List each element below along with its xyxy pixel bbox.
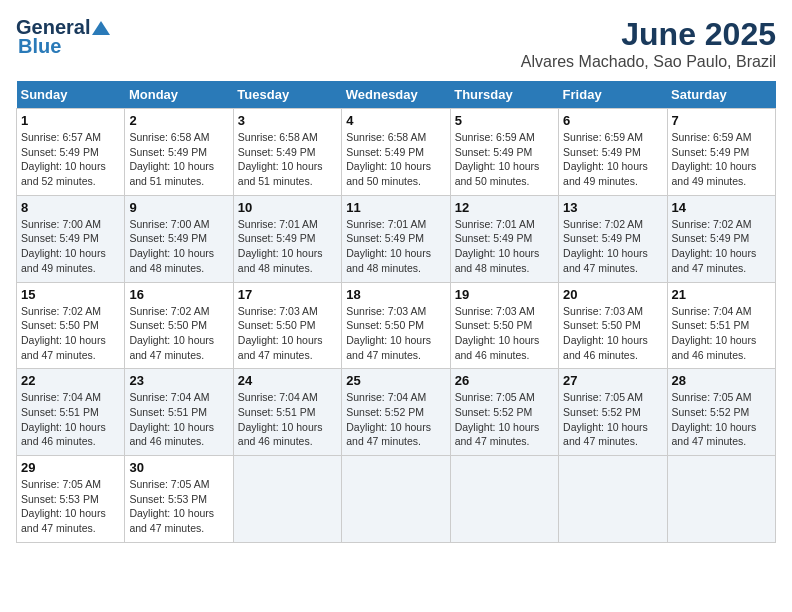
- day-number: 26: [455, 373, 554, 388]
- day-number: 24: [238, 373, 337, 388]
- cell-daylight-info: Sunrise: 7:05 AM Sunset: 5:53 PM Dayligh…: [21, 477, 120, 536]
- day-header-saturday: Saturday: [667, 81, 775, 109]
- cell-daylight-info: Sunrise: 7:03 AM Sunset: 5:50 PM Dayligh…: [563, 304, 662, 363]
- calendar-cell: 30Sunrise: 7:05 AM Sunset: 5:53 PM Dayli…: [125, 456, 233, 543]
- day-number: 15: [21, 287, 120, 302]
- cell-daylight-info: Sunrise: 6:58 AM Sunset: 5:49 PM Dayligh…: [129, 130, 228, 189]
- location-title: Alvares Machado, Sao Paulo, Brazil: [521, 53, 776, 71]
- day-number: 11: [346, 200, 445, 215]
- calendar-cell: [233, 456, 341, 543]
- cell-daylight-info: Sunrise: 7:04 AM Sunset: 5:51 PM Dayligh…: [129, 390, 228, 449]
- day-number: 27: [563, 373, 662, 388]
- cell-daylight-info: Sunrise: 7:03 AM Sunset: 5:50 PM Dayligh…: [238, 304, 337, 363]
- day-number: 17: [238, 287, 337, 302]
- cell-daylight-info: Sunrise: 7:04 AM Sunset: 5:51 PM Dayligh…: [21, 390, 120, 449]
- calendar-cell: 9Sunrise: 7:00 AM Sunset: 5:49 PM Daylig…: [125, 195, 233, 282]
- cell-daylight-info: Sunrise: 7:03 AM Sunset: 5:50 PM Dayligh…: [346, 304, 445, 363]
- day-number: 8: [21, 200, 120, 215]
- calendar-cell: 7Sunrise: 6:59 AM Sunset: 5:49 PM Daylig…: [667, 109, 775, 196]
- cell-daylight-info: Sunrise: 7:04 AM Sunset: 5:51 PM Dayligh…: [238, 390, 337, 449]
- calendar-cell: 24Sunrise: 7:04 AM Sunset: 5:51 PM Dayli…: [233, 369, 341, 456]
- day-header-monday: Monday: [125, 81, 233, 109]
- cell-daylight-info: Sunrise: 6:59 AM Sunset: 5:49 PM Dayligh…: [455, 130, 554, 189]
- cell-daylight-info: Sunrise: 6:57 AM Sunset: 5:49 PM Dayligh…: [21, 130, 120, 189]
- day-number: 21: [672, 287, 771, 302]
- day-number: 1: [21, 113, 120, 128]
- cell-daylight-info: Sunrise: 7:01 AM Sunset: 5:49 PM Dayligh…: [455, 217, 554, 276]
- calendar-cell: 18Sunrise: 7:03 AM Sunset: 5:50 PM Dayli…: [342, 282, 450, 369]
- calendar-cell: 19Sunrise: 7:03 AM Sunset: 5:50 PM Dayli…: [450, 282, 558, 369]
- calendar-cell: 28Sunrise: 7:05 AM Sunset: 5:52 PM Dayli…: [667, 369, 775, 456]
- cell-daylight-info: Sunrise: 7:05 AM Sunset: 5:52 PM Dayligh…: [672, 390, 771, 449]
- cell-daylight-info: Sunrise: 6:58 AM Sunset: 5:49 PM Dayligh…: [238, 130, 337, 189]
- calendar-cell: 10Sunrise: 7:01 AM Sunset: 5:49 PM Dayli…: [233, 195, 341, 282]
- page-header: General Blue June 2025 Alvares Machado, …: [16, 16, 776, 71]
- cell-daylight-info: Sunrise: 7:00 AM Sunset: 5:49 PM Dayligh…: [21, 217, 120, 276]
- day-number: 16: [129, 287, 228, 302]
- cell-daylight-info: Sunrise: 7:02 AM Sunset: 5:49 PM Dayligh…: [563, 217, 662, 276]
- calendar-cell: [450, 456, 558, 543]
- calendar-cell: 21Sunrise: 7:04 AM Sunset: 5:51 PM Dayli…: [667, 282, 775, 369]
- day-number: 7: [672, 113, 771, 128]
- calendar-cell: 20Sunrise: 7:03 AM Sunset: 5:50 PM Dayli…: [559, 282, 667, 369]
- calendar-header-row: SundayMondayTuesdayWednesdayThursdayFrid…: [17, 81, 776, 109]
- day-number: 9: [129, 200, 228, 215]
- day-number: 6: [563, 113, 662, 128]
- calendar-cell: 15Sunrise: 7:02 AM Sunset: 5:50 PM Dayli…: [17, 282, 125, 369]
- title-section: June 2025 Alvares Machado, Sao Paulo, Br…: [521, 16, 776, 71]
- cell-daylight-info: Sunrise: 6:58 AM Sunset: 5:49 PM Dayligh…: [346, 130, 445, 189]
- calendar-week-row: 29Sunrise: 7:05 AM Sunset: 5:53 PM Dayli…: [17, 456, 776, 543]
- day-header-thursday: Thursday: [450, 81, 558, 109]
- calendar-cell: 23Sunrise: 7:04 AM Sunset: 5:51 PM Dayli…: [125, 369, 233, 456]
- calendar-cell: 17Sunrise: 7:03 AM Sunset: 5:50 PM Dayli…: [233, 282, 341, 369]
- calendar-week-row: 22Sunrise: 7:04 AM Sunset: 5:51 PM Dayli…: [17, 369, 776, 456]
- day-number: 3: [238, 113, 337, 128]
- calendar-cell: 27Sunrise: 7:05 AM Sunset: 5:52 PM Dayli…: [559, 369, 667, 456]
- logo: General Blue: [16, 16, 110, 58]
- cell-daylight-info: Sunrise: 7:02 AM Sunset: 5:49 PM Dayligh…: [672, 217, 771, 276]
- cell-daylight-info: Sunrise: 7:04 AM Sunset: 5:52 PM Dayligh…: [346, 390, 445, 449]
- cell-daylight-info: Sunrise: 7:04 AM Sunset: 5:51 PM Dayligh…: [672, 304, 771, 363]
- calendar-cell: 29Sunrise: 7:05 AM Sunset: 5:53 PM Dayli…: [17, 456, 125, 543]
- cell-daylight-info: Sunrise: 7:05 AM Sunset: 5:53 PM Dayligh…: [129, 477, 228, 536]
- day-number: 22: [21, 373, 120, 388]
- cell-daylight-info: Sunrise: 6:59 AM Sunset: 5:49 PM Dayligh…: [672, 130, 771, 189]
- cell-daylight-info: Sunrise: 7:01 AM Sunset: 5:49 PM Dayligh…: [346, 217, 445, 276]
- calendar-cell: 12Sunrise: 7:01 AM Sunset: 5:49 PM Dayli…: [450, 195, 558, 282]
- day-header-wednesday: Wednesday: [342, 81, 450, 109]
- day-header-sunday: Sunday: [17, 81, 125, 109]
- calendar-cell: 3Sunrise: 6:58 AM Sunset: 5:49 PM Daylig…: [233, 109, 341, 196]
- cell-daylight-info: Sunrise: 7:00 AM Sunset: 5:49 PM Dayligh…: [129, 217, 228, 276]
- calendar-cell: 13Sunrise: 7:02 AM Sunset: 5:49 PM Dayli…: [559, 195, 667, 282]
- calendar-cell: 26Sunrise: 7:05 AM Sunset: 5:52 PM Dayli…: [450, 369, 558, 456]
- calendar-cell: 16Sunrise: 7:02 AM Sunset: 5:50 PM Dayli…: [125, 282, 233, 369]
- day-number: 18: [346, 287, 445, 302]
- calendar-cell: [342, 456, 450, 543]
- day-number: 4: [346, 113, 445, 128]
- day-header-friday: Friday: [559, 81, 667, 109]
- day-number: 12: [455, 200, 554, 215]
- calendar-table: SundayMondayTuesdayWednesdayThursdayFrid…: [16, 81, 776, 543]
- day-header-tuesday: Tuesday: [233, 81, 341, 109]
- logo-icon: [92, 19, 110, 37]
- cell-daylight-info: Sunrise: 6:59 AM Sunset: 5:49 PM Dayligh…: [563, 130, 662, 189]
- day-number: 2: [129, 113, 228, 128]
- calendar-week-row: 1Sunrise: 6:57 AM Sunset: 5:49 PM Daylig…: [17, 109, 776, 196]
- calendar-week-row: 8Sunrise: 7:00 AM Sunset: 5:49 PM Daylig…: [17, 195, 776, 282]
- calendar-cell: [667, 456, 775, 543]
- calendar-cell: [559, 456, 667, 543]
- logo-blue: Blue: [18, 35, 61, 58]
- day-number: 25: [346, 373, 445, 388]
- day-number: 20: [563, 287, 662, 302]
- calendar-cell: 1Sunrise: 6:57 AM Sunset: 5:49 PM Daylig…: [17, 109, 125, 196]
- calendar-cell: 25Sunrise: 7:04 AM Sunset: 5:52 PM Dayli…: [342, 369, 450, 456]
- cell-daylight-info: Sunrise: 7:05 AM Sunset: 5:52 PM Dayligh…: [563, 390, 662, 449]
- day-number: 10: [238, 200, 337, 215]
- cell-daylight-info: Sunrise: 7:01 AM Sunset: 5:49 PM Dayligh…: [238, 217, 337, 276]
- calendar-cell: 11Sunrise: 7:01 AM Sunset: 5:49 PM Dayli…: [342, 195, 450, 282]
- calendar-week-row: 15Sunrise: 7:02 AM Sunset: 5:50 PM Dayli…: [17, 282, 776, 369]
- svg-marker-0: [92, 21, 110, 35]
- calendar-cell: 4Sunrise: 6:58 AM Sunset: 5:49 PM Daylig…: [342, 109, 450, 196]
- day-number: 5: [455, 113, 554, 128]
- cell-daylight-info: Sunrise: 7:03 AM Sunset: 5:50 PM Dayligh…: [455, 304, 554, 363]
